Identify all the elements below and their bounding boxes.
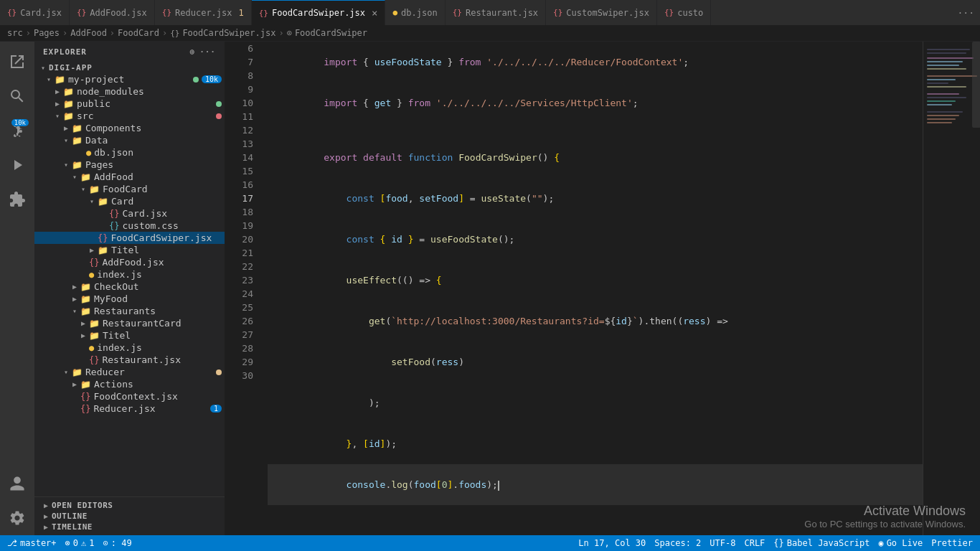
activity-account[interactable] [0, 466, 34, 501]
code-editor[interactable]: import { useFoodState } from './../../..… [260, 42, 923, 535]
tree-pages[interactable]: ▾ 📁 Pages [34, 159, 225, 171]
encoding-status[interactable]: UTF-8 [710, 538, 735, 548]
tree-restaurants[interactable]: ▾ 📁 Restaurants [34, 305, 225, 317]
tree-data[interactable]: ▾ 📁 Data [34, 134, 225, 146]
tab-foodcardswiper-jsx[interactable]: {} FoodCardSwiper.jsx × [252, 0, 386, 25]
more-options-icon[interactable]: ··· [199, 47, 216, 57]
tree-restaurantcard[interactable]: ▶ 📁 RestaurantCard [34, 317, 225, 329]
tree-checkout[interactable]: ▶ 📁 CheckOut [34, 281, 225, 293]
activity-bar: 10k [0, 42, 34, 535]
tree-item-label: Restaurants [94, 306, 225, 316]
activity-search[interactable] [0, 79, 34, 113]
tree-myfood[interactable]: ▶ 📁 MyFood [34, 293, 225, 305]
bc-file[interactable]: FoodCardSwiper.jsx [182, 28, 275, 38]
tree-titel2[interactable]: ▶ 📁 Titel [34, 329, 225, 342]
activity-run[interactable] [0, 148, 34, 182]
status-bar: ⎇ master+ ⊗ 0 ⚠ 1 ⊙ : 49 Ln 17, Col 30 S… [0, 535, 980, 551]
tree-foodcontext[interactable]: {} FoodContext.jsx [34, 390, 225, 402]
tree-components[interactable]: ▶ 📁 Components [34, 122, 225, 134]
tree-custom-css[interactable]: {} custom.css [34, 220, 225, 232]
tab-custo[interactable]: {} custo [657, 0, 711, 25]
tree-item-label: custom.css [122, 220, 225, 231]
activity-explorer[interactable] [0, 44, 34, 79]
tree-open-editors[interactable]: ▶ OPEN EDITORS [34, 500, 225, 511]
bc-addfood[interactable]: AddFood [70, 28, 107, 38]
error-icon: ⊗ [65, 538, 70, 548]
tree-addfood-jsx[interactable]: {} AddFood.jsx [34, 256, 225, 268]
bc-pages[interactable]: Pages [34, 28, 60, 38]
arrow-icon: ▾ [43, 75, 55, 83]
prettier-status[interactable]: Prettier [931, 538, 973, 548]
tree-digi-app[interactable]: ▾ DIGI-APP [34, 62, 225, 73]
tree-reducer[interactable]: ▾ 📁 Reducer [34, 366, 225, 378]
scm-badge: 10k [11, 119, 29, 126]
tree-card-folder[interactable]: ▾ 📁 Card [34, 195, 225, 207]
activity-scm[interactable]: 10k [0, 113, 34, 148]
errors-status[interactable]: ⊗ 0 ⚠ 1 [65, 538, 95, 548]
tree-addfood[interactable]: ▾ 📁 AddFood [34, 171, 225, 183]
language-status[interactable]: {} Babel JavaScript [773, 538, 870, 548]
tab-addfood-jsx[interactable]: {} AddFood.jsx [70, 0, 155, 25]
line-ending-status[interactable]: CRLF [744, 538, 765, 548]
tab-restaurant-jsx[interactable]: {} Restaurant.jsx [446, 0, 546, 25]
tree-item-label: Titel [103, 330, 225, 341]
folder-icon: 📁 [80, 306, 91, 316]
tree-titel1[interactable]: ▶ 📁 Titel [34, 244, 225, 256]
tree-actions[interactable]: ▶ 📁 Actions [34, 378, 225, 390]
info-label: : 49 [111, 538, 132, 548]
tree-timeline[interactable]: ▶ TIMELINE [34, 522, 225, 532]
tree-index-js2[interactable]: ● index.js [34, 342, 225, 354]
tree-card-jsx[interactable]: {} Card.jsx [34, 207, 225, 220]
activity-extensions[interactable] [0, 182, 34, 217]
tab-db-json[interactable]: ● db.json [385, 0, 445, 25]
warning-icon: ⚠ [81, 538, 86, 548]
tree-outline[interactable]: ▶ OUTLINE [34, 511, 225, 522]
cursor-position[interactable]: Ln 17, Col 30 [578, 538, 646, 548]
go-live-label: Go Live [887, 538, 923, 548]
folder-icon: 📁 [55, 75, 65, 85]
tree-src[interactable]: ▾ 📁 src [34, 110, 225, 122]
jsx-icon: {} [453, 8, 462, 17]
tree-db-json[interactable]: ● db.json [34, 146, 225, 159]
folder-icon: 📁 [72, 136, 83, 146]
svg-rect-15 [927, 111, 963, 113]
arrow-icon: ▾ [60, 136, 72, 144]
svg-rect-1 [927, 49, 970, 50]
jsx-file-icon: {} [80, 392, 90, 402]
tree-node-modules[interactable]: ▶ 📁 node_modules [34, 85, 225, 98]
tree-item-label: Titel [111, 245, 225, 255]
go-live-status[interactable]: ◉ Go Live [878, 538, 923, 548]
encoding-label: UTF-8 [710, 538, 735, 548]
arrow-icon: ▾ [52, 112, 63, 120]
bc-foodcard[interactable]: FoodCard [118, 28, 159, 38]
info-status[interactable]: ⊙ : 49 [103, 538, 132, 548]
arrow-icon: ▶ [69, 295, 80, 303]
close-tab-button[interactable]: × [372, 8, 377, 18]
json-file-icon: ● [86, 148, 91, 158]
tree-public[interactable]: ▶ 📁 public [34, 98, 225, 110]
line-ending-label: CRLF [744, 538, 765, 548]
tab-card-jsx[interactable]: {} Card.jsx [0, 0, 70, 25]
spaces-status[interactable]: Spaces: 2 [654, 538, 701, 548]
arrow-icon: ▶ [60, 124, 72, 132]
tab-customswiper-jsx[interactable]: {} CustomSwiper.jsx [546, 0, 657, 25]
code-line-10: const [food, setFood] = useState(""); [268, 178, 923, 219]
tree-item-label: FoodCard [103, 184, 225, 194]
tree-index-js1[interactable]: ● index.js [34, 268, 225, 281]
tree-reducer-jsx[interactable]: {} Reducer.jsx 1 [34, 402, 225, 415]
bc-symbol[interactable]: ⊙FoodCardSwiper [287, 28, 367, 38]
folder-icon: 📁 [63, 99, 74, 109]
tree-item-label: AddFood.jsx [102, 257, 225, 268]
code-line-11: const { id } = useFoodState(); [268, 219, 923, 260]
tree-restaurant-jsx[interactable]: {} Restaurant.jsx [34, 354, 225, 366]
new-file-icon[interactable]: ⊕ [190, 47, 196, 57]
tree-foodcard[interactable]: ▾ 📁 FoodCard [34, 183, 225, 195]
tab-reducer-jsx[interactable]: {} Reducer.jsx 1 [155, 0, 252, 25]
branch-status[interactable]: ⎇ master+ [7, 538, 57, 548]
activity-settings[interactable] [0, 501, 34, 535]
tree-foodcardswiper[interactable]: {} FoodCardSwiper.jsx [34, 232, 225, 244]
more-tabs-icon[interactable]: ··· [958, 7, 974, 18]
tree-my-project[interactable]: ▾ 📁 my-project 10k [34, 73, 225, 85]
spaces-label: Spaces: 2 [654, 538, 701, 548]
bc-src[interactable]: src [7, 28, 23, 38]
